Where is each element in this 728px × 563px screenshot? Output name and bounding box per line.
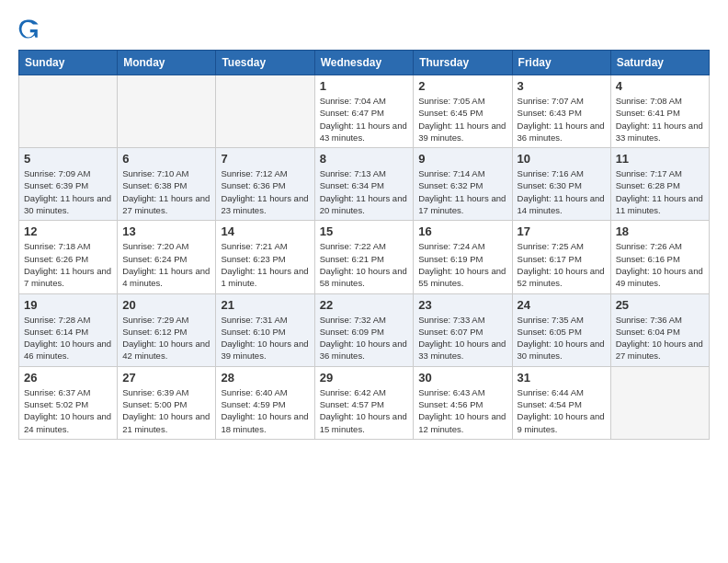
calendar-cell: 29Sunrise: 6:42 AM Sunset: 4:57 PM Dayli… xyxy=(314,366,414,439)
day-info: Sunrise: 7:36 AM Sunset: 6:04 PM Dayligh… xyxy=(616,314,704,362)
calendar-cell: 19Sunrise: 7:28 AM Sunset: 6:14 PM Dayli… xyxy=(19,293,118,366)
day-number: 10 xyxy=(518,152,606,166)
calendar-cell: 12Sunrise: 7:18 AM Sunset: 6:26 PM Dayli… xyxy=(19,221,118,293)
day-info: Sunrise: 7:18 AM Sunset: 6:26 PM Dayligh… xyxy=(24,240,112,289)
calendar-cell: 16Sunrise: 7:24 AM Sunset: 6:19 PM Dayli… xyxy=(414,221,512,293)
day-number: 11 xyxy=(616,152,704,166)
day-info: Sunrise: 7:17 AM Sunset: 6:28 PM Dayligh… xyxy=(616,167,704,216)
day-number: 26 xyxy=(24,371,112,385)
day-info: Sunrise: 7:08 AM Sunset: 6:41 PM Dayligh… xyxy=(616,95,704,144)
day-number: 16 xyxy=(418,224,506,238)
day-info: Sunrise: 6:39 AM Sunset: 5:00 PM Dayligh… xyxy=(122,386,210,435)
day-number: 4 xyxy=(616,79,704,93)
day-info: Sunrise: 7:12 AM Sunset: 6:36 PM Dayligh… xyxy=(221,167,309,216)
day-number: 23 xyxy=(418,298,506,312)
day-info: Sunrise: 7:14 AM Sunset: 6:32 PM Dayligh… xyxy=(418,167,506,216)
calendar-cell: 14Sunrise: 7:21 AM Sunset: 6:23 PM Dayli… xyxy=(216,221,314,293)
day-info: Sunrise: 7:13 AM Sunset: 6:34 PM Dayligh… xyxy=(320,167,409,216)
day-info: Sunrise: 6:42 AM Sunset: 4:57 PM Dayligh… xyxy=(320,386,409,435)
calendar-cell: 2Sunrise: 7:05 AM Sunset: 6:45 PM Daylig… xyxy=(414,75,512,148)
day-info: Sunrise: 7:25 AM Sunset: 6:17 PM Dayligh… xyxy=(518,240,606,289)
calendar-cell: 7Sunrise: 7:12 AM Sunset: 6:36 PM Daylig… xyxy=(216,148,314,221)
day-info: Sunrise: 7:29 AM Sunset: 6:12 PM Dayligh… xyxy=(122,314,210,362)
day-number: 29 xyxy=(320,371,409,385)
day-number: 7 xyxy=(221,152,309,166)
calendar-cell xyxy=(19,75,118,148)
calendar-cell: 10Sunrise: 7:16 AM Sunset: 6:30 PM Dayli… xyxy=(512,148,610,221)
day-info: Sunrise: 7:28 AM Sunset: 6:14 PM Dayligh… xyxy=(24,314,112,362)
day-number: 28 xyxy=(221,371,309,385)
day-number: 2 xyxy=(418,79,506,93)
day-info: Sunrise: 6:37 AM Sunset: 5:02 PM Dayligh… xyxy=(24,386,112,435)
calendar-cell: 4Sunrise: 7:08 AM Sunset: 6:41 PM Daylig… xyxy=(610,75,709,148)
day-info: Sunrise: 7:10 AM Sunset: 6:38 PM Dayligh… xyxy=(122,167,210,216)
day-info: Sunrise: 7:24 AM Sunset: 6:19 PM Dayligh… xyxy=(418,240,506,289)
calendar-cell: 27Sunrise: 6:39 AM Sunset: 5:00 PM Dayli… xyxy=(118,366,216,439)
calendar-cell: 5Sunrise: 7:09 AM Sunset: 6:39 PM Daylig… xyxy=(19,148,118,221)
day-info: Sunrise: 7:26 AM Sunset: 6:16 PM Dayligh… xyxy=(616,240,704,289)
calendar-cell: 22Sunrise: 7:32 AM Sunset: 6:09 PM Dayli… xyxy=(314,293,414,366)
day-info: Sunrise: 7:09 AM Sunset: 6:39 PM Dayligh… xyxy=(24,167,112,216)
day-number: 20 xyxy=(122,298,210,312)
day-info: Sunrise: 6:40 AM Sunset: 4:59 PM Dayligh… xyxy=(221,386,309,435)
day-number: 3 xyxy=(518,79,606,93)
day-info: Sunrise: 7:04 AM Sunset: 6:47 PM Dayligh… xyxy=(320,95,409,144)
day-header-saturday: Saturday xyxy=(610,51,709,75)
day-header-thursday: Thursday xyxy=(414,51,512,75)
calendar-cell: 25Sunrise: 7:36 AM Sunset: 6:04 PM Dayli… xyxy=(610,293,709,366)
day-info: Sunrise: 7:31 AM Sunset: 6:10 PM Dayligh… xyxy=(221,314,309,362)
day-number: 15 xyxy=(320,224,409,238)
logo xyxy=(18,18,44,40)
day-info: Sunrise: 7:05 AM Sunset: 6:45 PM Dayligh… xyxy=(418,95,506,144)
day-number: 31 xyxy=(518,371,606,385)
day-number: 13 xyxy=(122,224,210,238)
calendar-cell: 18Sunrise: 7:26 AM Sunset: 6:16 PM Dayli… xyxy=(610,221,709,293)
day-number: 12 xyxy=(24,224,112,238)
day-number: 18 xyxy=(616,224,704,238)
day-number: 25 xyxy=(616,298,704,312)
calendar-cell: 9Sunrise: 7:14 AM Sunset: 6:32 PM Daylig… xyxy=(414,148,512,221)
day-number: 21 xyxy=(221,298,309,312)
calendar-week-row: 19Sunrise: 7:28 AM Sunset: 6:14 PM Dayli… xyxy=(19,293,710,366)
calendar-week-row: 5Sunrise: 7:09 AM Sunset: 6:39 PM Daylig… xyxy=(19,148,710,221)
calendar-cell: 15Sunrise: 7:22 AM Sunset: 6:21 PM Dayli… xyxy=(314,221,414,293)
logo-icon xyxy=(18,18,40,40)
day-number: 9 xyxy=(418,152,506,166)
day-number: 1 xyxy=(320,79,409,93)
calendar-cell xyxy=(610,366,709,439)
day-number: 30 xyxy=(418,371,506,385)
day-number: 17 xyxy=(518,224,606,238)
calendar-week-row: 1Sunrise: 7:04 AM Sunset: 6:47 PM Daylig… xyxy=(19,75,710,148)
calendar-table: SundayMondayTuesdayWednesdayThursdayFrid… xyxy=(18,50,710,440)
calendar-cell xyxy=(118,75,216,148)
day-header-tuesday: Tuesday xyxy=(216,51,314,75)
calendar-cell: 1Sunrise: 7:04 AM Sunset: 6:47 PM Daylig… xyxy=(314,75,414,148)
day-info: Sunrise: 7:35 AM Sunset: 6:05 PM Dayligh… xyxy=(518,314,606,362)
calendar-cell: 17Sunrise: 7:25 AM Sunset: 6:17 PM Dayli… xyxy=(512,221,610,293)
calendar-cell: 21Sunrise: 7:31 AM Sunset: 6:10 PM Dayli… xyxy=(216,293,314,366)
calendar-header-row: SundayMondayTuesdayWednesdayThursdayFrid… xyxy=(19,51,710,75)
day-info: Sunrise: 7:33 AM Sunset: 6:07 PM Dayligh… xyxy=(418,314,506,362)
calendar-cell: 28Sunrise: 6:40 AM Sunset: 4:59 PM Dayli… xyxy=(216,366,314,439)
calendar-cell: 30Sunrise: 6:43 AM Sunset: 4:56 PM Dayli… xyxy=(414,366,512,439)
day-info: Sunrise: 7:22 AM Sunset: 6:21 PM Dayligh… xyxy=(320,240,409,289)
day-info: Sunrise: 6:43 AM Sunset: 4:56 PM Dayligh… xyxy=(418,386,506,435)
calendar-cell: 23Sunrise: 7:33 AM Sunset: 6:07 PM Dayli… xyxy=(414,293,512,366)
page-header xyxy=(18,18,710,40)
calendar-week-row: 12Sunrise: 7:18 AM Sunset: 6:26 PM Dayli… xyxy=(19,221,710,293)
calendar-cell: 24Sunrise: 7:35 AM Sunset: 6:05 PM Dayli… xyxy=(512,293,610,366)
day-info: Sunrise: 6:44 AM Sunset: 4:54 PM Dayligh… xyxy=(518,386,606,435)
day-number: 14 xyxy=(221,224,309,238)
calendar-cell: 26Sunrise: 6:37 AM Sunset: 5:02 PM Dayli… xyxy=(19,366,118,439)
calendar-cell: 31Sunrise: 6:44 AM Sunset: 4:54 PM Dayli… xyxy=(512,366,610,439)
day-info: Sunrise: 7:32 AM Sunset: 6:09 PM Dayligh… xyxy=(320,314,409,362)
calendar-cell: 20Sunrise: 7:29 AM Sunset: 6:12 PM Dayli… xyxy=(118,293,216,366)
calendar-cell: 8Sunrise: 7:13 AM Sunset: 6:34 PM Daylig… xyxy=(314,148,414,221)
day-number: 19 xyxy=(24,298,112,312)
day-number: 27 xyxy=(122,371,210,385)
calendar-cell: 13Sunrise: 7:20 AM Sunset: 6:24 PM Dayli… xyxy=(118,221,216,293)
calendar-week-row: 26Sunrise: 6:37 AM Sunset: 5:02 PM Dayli… xyxy=(19,366,710,439)
day-number: 6 xyxy=(122,152,210,166)
day-header-sunday: Sunday xyxy=(19,51,118,75)
calendar-cell: 11Sunrise: 7:17 AM Sunset: 6:28 PM Dayli… xyxy=(610,148,709,221)
